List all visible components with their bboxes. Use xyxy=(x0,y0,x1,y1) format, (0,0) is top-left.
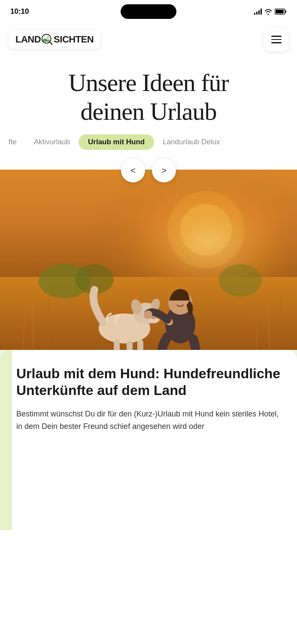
logo-text-left: LAND xyxy=(15,34,41,45)
green-accent xyxy=(0,350,12,530)
battery-icon xyxy=(275,9,287,15)
tab-aktivurlaub[interactable]: Aktivurlaub xyxy=(25,134,79,150)
logo-text-right: SICHTEN xyxy=(54,34,94,45)
carousel-nav: < > xyxy=(0,150,297,182)
prev-icon: < xyxy=(130,166,136,176)
content-card-inner: Urlaub mit dem Hund: Hundefreundliche Un… xyxy=(12,365,285,432)
dynamic-island xyxy=(121,4,176,19)
hamburger-line-3 xyxy=(271,42,282,43)
content-area: Urlaub mit dem Hund: Hundefreundliche Un… xyxy=(0,350,297,530)
logo-container: LAND SICHTEN xyxy=(9,30,100,49)
svg-rect-1 xyxy=(276,10,284,13)
status-time: 10:10 xyxy=(10,7,29,16)
svg-point-6 xyxy=(46,39,50,42)
carousel-prev-button[interactable]: < xyxy=(121,158,145,182)
hero-scene-svg xyxy=(0,170,297,376)
svg-point-7 xyxy=(47,36,49,39)
tab-fte[interactable]: fte xyxy=(0,134,25,150)
article-title: Urlaub mit dem Hund: Hundefreundliche Un… xyxy=(16,365,285,398)
hamburger-line-2 xyxy=(271,39,282,40)
svg-rect-37 xyxy=(0,170,297,376)
status-bar: 10:10 xyxy=(0,0,297,23)
hero-title-section: Unsere Ideen fürdeinen Urlaub xyxy=(0,56,297,134)
next-icon: > xyxy=(161,166,167,176)
article-body-text: Bestimmt wünschst Du dir für den (Kurz-)… xyxy=(16,410,279,431)
article-body: Bestimmt wünschst Du dir für den (Kurz-)… xyxy=(16,408,285,433)
content-card: Urlaub mit dem Hund: Hundefreundliche Un… xyxy=(0,350,297,530)
hero-image xyxy=(0,170,297,376)
hero-title: Unsere Ideen fürdeinen Urlaub xyxy=(9,69,288,126)
carousel-next-button[interactable]: > xyxy=(152,158,176,182)
hero-image-background xyxy=(0,170,297,376)
tabs-container: fte Aktivurlaub Urlaub mit Hund Landurla… xyxy=(0,134,297,150)
tab-landurlaub-delux[interactable]: Landurlaub Delux xyxy=(154,134,228,150)
status-icons xyxy=(254,9,287,15)
hamburger-line-1 xyxy=(271,36,282,37)
tab-urlaub-mit-hund[interactable]: Urlaub mit Hund xyxy=(79,134,154,150)
header: LAND SICHTEN xyxy=(0,23,297,56)
hamburger-menu-button[interactable] xyxy=(264,27,288,52)
signal-icon xyxy=(254,9,262,15)
wifi-icon xyxy=(264,9,272,15)
svg-rect-2 xyxy=(285,11,287,13)
svg-line-8 xyxy=(50,42,52,44)
logo-icon xyxy=(41,33,53,46)
